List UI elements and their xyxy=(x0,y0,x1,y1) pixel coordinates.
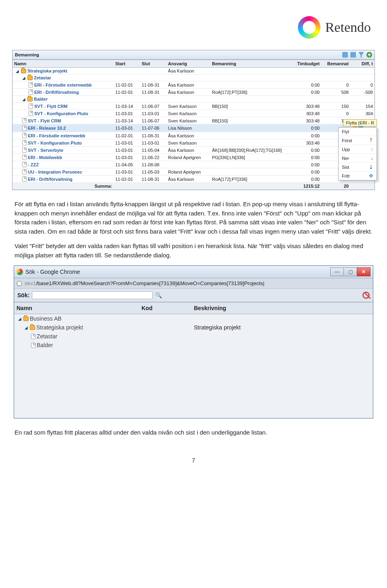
paragraph-2: Valet "Fritt" betyder att den valda rade… xyxy=(15,242,372,260)
col-namn[interactable]: Namn xyxy=(12,60,114,68)
document-icon xyxy=(29,111,33,116)
col-bemanning[interactable]: Bemanning xyxy=(210,60,289,68)
table-row[interactable]: UU - Integration Personec11-03-0111-05-0… xyxy=(12,168,375,176)
row-name[interactable]: - ZZZ xyxy=(28,162,39,167)
table-row[interactable]: ERI - Förstudie externwebb11-02-0111-08-… xyxy=(12,132,375,139)
expand-icon[interactable]: ◢ xyxy=(25,325,29,329)
list-item[interactable]: Zetastar xyxy=(14,332,373,341)
row-name[interactable]: ERI - Förstudie externwebb xyxy=(34,83,92,87)
menu-item-flyt[interactable]: Flyt xyxy=(339,128,377,136)
col-timbudget[interactable]: Timbudget xyxy=(289,60,321,68)
menu-item-sist[interactable]: Sist⤓ xyxy=(339,163,377,172)
row-name[interactable]: ERI - Drift/förvaltning xyxy=(34,90,79,95)
row-name[interactable]: ERI - Drift/förvaltning xyxy=(28,177,73,182)
window-close-button[interactable]: ✕ xyxy=(357,267,370,276)
brand-logo-icon xyxy=(298,16,320,39)
list-item[interactable]: ◢Business AB xyxy=(14,314,373,323)
move-tooltip: Flytta (ERI - R xyxy=(343,119,377,126)
menu-item-upp[interactable]: Upp↑ xyxy=(339,145,377,154)
col-bemannat[interactable]: Bemannat xyxy=(321,60,350,68)
folder-icon xyxy=(21,69,26,73)
table-row[interactable]: ◢Zetastar xyxy=(12,75,375,81)
page-number: 7 xyxy=(12,457,375,464)
summa-label: Summa: xyxy=(12,183,114,190)
row-name[interactable]: Strategiska projekt xyxy=(27,68,67,73)
filter-icon[interactable] xyxy=(358,52,364,58)
row-name[interactable]: Strategiska projekt xyxy=(36,324,83,331)
panel-title: Bemanning xyxy=(15,52,39,57)
summa-row: Summa: 1215:12 20 xyxy=(12,183,375,190)
col-beskr[interactable]: Beskrivning xyxy=(191,302,373,314)
document-icon xyxy=(31,343,35,348)
row-name[interactable]: SVT - Konfiguration Pluto xyxy=(28,141,82,145)
table-row[interactable]: SVT - Flytt CRM11-03-1411-06-07Sven Karl… xyxy=(12,117,375,124)
folder-icon xyxy=(30,325,35,330)
row-name[interactable]: Zetastar xyxy=(34,75,51,80)
row-name[interactable]: ERI - Release 10.2 xyxy=(28,126,66,130)
menu-item-först[interactable]: Först⤒ xyxy=(339,136,377,145)
col-kod[interactable]: Kod xyxy=(139,302,191,314)
folder-icon xyxy=(23,317,29,321)
col-ansvarig[interactable]: Ansvarig xyxy=(166,60,210,68)
link-icon[interactable] xyxy=(342,52,348,58)
table-row[interactable]: SVT - Konfiguration Pluto11-03-0111-03-0… xyxy=(12,139,375,147)
document-icon xyxy=(22,169,27,174)
table-row[interactable]: ◢Strategiska projektÅsa Karlsson xyxy=(12,68,375,75)
bemanning-panel: Bemanning Namn Start Slut Ansvar xyxy=(12,50,375,190)
paragraph-3: En rad som flyttas fritt placeras alltid… xyxy=(15,428,372,437)
chrome-dialog: Sök - Google Chrome — ▢ ✕ dev1/base1/RXW… xyxy=(14,265,373,418)
row-name[interactable]: SVT - Konfiguration Pluto xyxy=(34,111,88,116)
move-context-menu[interactable]: FlytFörst⤒Upp↑Ner↓Sist⤓Fritt✥ xyxy=(338,127,377,180)
expand-icon[interactable]: ◢ xyxy=(18,317,22,321)
window-minimize-button[interactable]: — xyxy=(330,267,344,276)
row-name[interactable]: Business AB xyxy=(30,315,62,322)
address-bar[interactable]: dev1/base1/RXWeb.dll?MoveSearch?FromM=Co… xyxy=(25,280,264,286)
table-row[interactable]: SVT - Serverbyte11-03-0111-05-04Åsa Karl… xyxy=(12,147,375,154)
menu-item-ner[interactable]: Ner↓ xyxy=(339,154,377,163)
col-namn-2[interactable]: Namn xyxy=(14,302,139,314)
list-item[interactable]: Balder xyxy=(14,341,373,350)
row-name[interactable]: ERI - Förstudie externwebb xyxy=(28,133,85,138)
col-diff[interactable]: Diff, t xyxy=(350,60,375,68)
table-row[interactable]: ◢Balder xyxy=(12,96,375,103)
row-name[interactable]: Balder xyxy=(37,342,53,348)
table-row[interactable]: SVT - Konfiguration Pluto11-03-0111-03-0… xyxy=(12,110,375,117)
expand-icon[interactable]: ◢ xyxy=(22,97,26,101)
summa-man: 20 xyxy=(321,183,350,190)
document-icon xyxy=(22,118,27,123)
row-name[interactable]: SVT - Flytt CRM xyxy=(34,104,68,109)
document-icon xyxy=(22,147,27,153)
expand-icon[interactable]: ◢ xyxy=(22,76,26,80)
row-name[interactable]: Balder xyxy=(34,97,48,101)
table-row[interactable]: ERI - Förstudie externwebb11-02-0111-08-… xyxy=(12,81,375,89)
row-name[interactable]: ERI - Mobilwebb xyxy=(28,155,62,160)
table-row[interactable]: ERI - Drift/förvaltning11-02-0111-08-31Å… xyxy=(12,176,375,183)
row-name[interactable]: SVT - Flytt CRM xyxy=(28,118,61,123)
document-icon xyxy=(22,155,27,160)
add-icon[interactable] xyxy=(366,52,372,58)
row-name[interactable]: Zetastar xyxy=(37,333,57,340)
row-name[interactable]: UU - Integration Personec xyxy=(28,170,82,174)
search-input[interactable] xyxy=(32,291,153,299)
folder-icon xyxy=(27,76,33,80)
chrome-icon xyxy=(17,269,23,275)
cancel-icon[interactable] xyxy=(362,292,370,299)
document-icon xyxy=(29,89,33,95)
chrome-window-title: Sök - Google Chrome xyxy=(25,269,80,275)
chain-icon[interactable] xyxy=(350,52,356,58)
table-row[interactable]: - ZZZ11-04-0511-08-080:00 xyxy=(12,161,375,168)
globe-icon xyxy=(17,281,22,286)
table-row[interactable]: SVT - Flytt CRM11-03-1411-06-07Sven Karl… xyxy=(12,103,375,110)
list-item[interactable]: ◢Strategiska projektStrategiska projekt xyxy=(14,323,373,332)
document-icon xyxy=(29,104,33,109)
row-name[interactable]: SVT - Serverbyte xyxy=(28,148,63,153)
table-row[interactable]: ERI - Mobilwebb11-03-0111-06-22Roland Ap… xyxy=(12,154,375,161)
table-row[interactable]: ERI - Drift/förvaltning11-02-0111-08-31Å… xyxy=(12,89,375,96)
expand-icon[interactable]: ◢ xyxy=(16,69,20,73)
col-slut[interactable]: Slut xyxy=(140,60,166,68)
menu-item-fritt[interactable]: Fritt✥ xyxy=(339,172,377,180)
search-icon[interactable]: 🔍 xyxy=(155,292,162,298)
table-row[interactable]: ERI - Release 10.211-03-0111-07-06Lisa N… xyxy=(12,124,375,132)
window-maximize-button[interactable]: ▢ xyxy=(343,267,357,276)
col-start[interactable]: Start xyxy=(114,60,140,68)
